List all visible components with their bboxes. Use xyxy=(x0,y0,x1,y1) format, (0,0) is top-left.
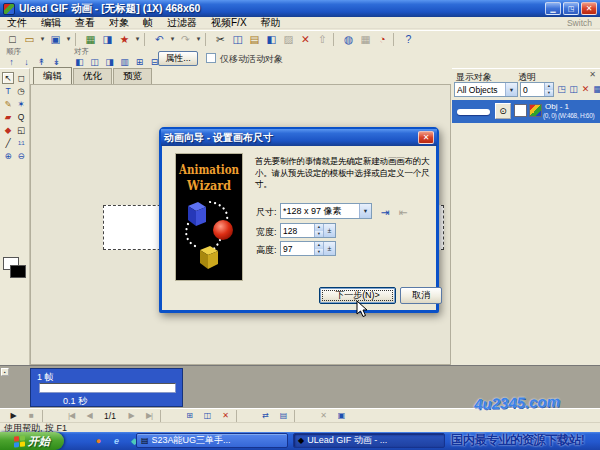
frame-thumbnail-selected[interactable]: 1 帧 0.1 秒 xyxy=(30,368,183,407)
zoom-out-tool[interactable]: ⊖ xyxy=(15,150,27,162)
menu-help[interactable]: 帮助 xyxy=(254,16,288,30)
menu-video-fx[interactable]: 视频F/X xyxy=(204,16,254,30)
duplicate-frame-button[interactable]: ◫ xyxy=(198,410,216,422)
eraser-tool[interactable]: ▰ xyxy=(2,111,14,123)
move-active-only-checkbox[interactable] xyxy=(206,53,216,63)
align-center-h-button[interactable]: ◫ xyxy=(87,55,102,68)
duplicate-object-button[interactable]: ◧ xyxy=(263,32,280,47)
menu-view[interactable]: 查看 xyxy=(68,16,102,30)
panel-close-icon[interactable]: ✕ xyxy=(589,70,596,79)
spin-down-icon[interactable]: ▾ xyxy=(315,249,323,256)
open-button[interactable]: ▭ xyxy=(21,32,38,47)
tab-edit[interactable]: 编辑 xyxy=(33,67,72,84)
menu-object[interactable]: 对象 xyxy=(102,16,136,30)
menu-edit[interactable]: 编辑 xyxy=(34,16,68,30)
undo-button[interactable]: ↶ xyxy=(151,32,168,47)
clock-tool[interactable]: ◷ xyxy=(15,85,27,97)
frame-properties-button[interactable]: ▤ xyxy=(274,410,292,422)
size-preset-dropdown[interactable]: *128 x 97 像素 ▼ xyxy=(280,203,372,219)
magic-wand-tool[interactable]: ✶ xyxy=(15,98,27,110)
quick-launch-media-icon[interactable]: ● xyxy=(92,434,105,447)
tab-optimize[interactable]: 优化 xyxy=(73,68,112,84)
text-tool[interactable]: T xyxy=(2,85,14,97)
menu-frame[interactable]: 帧 xyxy=(136,16,160,30)
add-video-button[interactable]: ◨ xyxy=(99,32,116,47)
object-palette-swatch[interactable] xyxy=(529,104,542,117)
delete-object-button[interactable]: ✕ xyxy=(580,82,591,96)
spinner-buttons[interactable]: ▴ ▾ xyxy=(544,83,553,96)
new-button[interactable]: □ xyxy=(4,32,21,47)
send-backward-button[interactable]: ↓ xyxy=(19,55,34,68)
background-color-swatch[interactable] xyxy=(10,265,26,278)
duplicate-object-button[interactable]: ◫ xyxy=(568,82,579,96)
restore-button[interactable]: ◳ xyxy=(563,2,579,15)
height-slider-icon[interactable]: ± xyxy=(323,242,335,255)
eyedropper-tool[interactable]: ╱ xyxy=(2,137,14,149)
taskbar-task-ulead[interactable]: ◆ ULead GIF 动画 - ... xyxy=(293,433,445,448)
save-button[interactable]: ▣ xyxy=(47,32,64,47)
close-button[interactable]: ✕ xyxy=(581,2,597,15)
align-space-even-button[interactable]: ▥ xyxy=(117,55,132,68)
delete-frame-button[interactable]: ✕ xyxy=(216,410,234,422)
height-field[interactable]: 97 ▴ ▾ ± xyxy=(280,241,336,256)
menu-file[interactable]: 文件 xyxy=(0,16,34,30)
delete-object-button[interactable]: ✕ xyxy=(297,32,314,47)
align-left-button[interactable]: ◧ xyxy=(72,55,87,68)
marquee-tool[interactable]: ◻ xyxy=(15,72,27,84)
add-image-button[interactable]: ▦ xyxy=(82,32,99,47)
paste-button[interactable]: ▤ xyxy=(246,32,263,47)
align-top-button[interactable]: ⊞ xyxy=(132,55,147,68)
preview-in-browser-button[interactable]: ◍ xyxy=(340,32,357,47)
zoom-tool[interactable]: Q xyxy=(15,111,27,123)
animation-wizard-button[interactable]: ★ xyxy=(116,32,133,47)
reverse-frames-button[interactable]: ⇄ xyxy=(256,410,274,422)
dropdown-arrow-icon[interactable]: ▼ xyxy=(359,204,371,218)
menu-bar: Switch 文件编辑查看对象帧过滤器视频F/X帮助 xyxy=(0,17,600,29)
paintbrush-tool[interactable]: ✎ xyxy=(2,98,14,110)
object-filter-dropdown[interactable]: All Objects ▼ xyxy=(454,82,518,97)
context-help-button[interactable]: ? xyxy=(400,32,417,47)
export-frame-button[interactable]: ▣ xyxy=(332,410,350,422)
object-thumbnail xyxy=(457,109,490,115)
panel-handle[interactable]: ▪ xyxy=(1,368,9,376)
visibility-toggle[interactable]: ⊙ xyxy=(495,103,511,119)
tab-preview[interactable]: 预览 xyxy=(113,68,152,84)
start-button[interactable]: 开始 xyxy=(0,432,64,450)
extract-object-button[interactable]: ◳ xyxy=(556,82,567,96)
object-list-item[interactable]: ⊙ Obj - 1 (0, 0) (W:468, H:60) xyxy=(452,100,600,123)
width-field[interactable]: 128 ▴ ▾ ± xyxy=(280,223,336,238)
actual-size-tool[interactable]: 1:1 xyxy=(15,137,27,149)
properties-button[interactable]: 属性... xyxy=(158,51,198,66)
quick-launch-ie-icon[interactable]: e xyxy=(110,434,123,447)
fill-tool[interactable]: ◆ xyxy=(2,124,14,136)
wizard-more-button[interactable]: ▾ xyxy=(133,32,142,47)
play-button[interactable]: ▶ xyxy=(4,410,22,422)
spin-down-icon[interactable]: ▾ xyxy=(545,90,553,97)
save-more-button[interactable]: ▾ xyxy=(64,32,73,47)
object-matte-swatch[interactable] xyxy=(514,104,527,117)
cancel-button[interactable]: 取消 xyxy=(400,287,442,304)
apply-size-icon[interactable]: ⇥ xyxy=(377,204,394,219)
width-slider-icon[interactable]: ± xyxy=(323,224,335,237)
bring-forward-button[interactable]: ↑ xyxy=(4,55,19,68)
menu-filters[interactable]: 过滤器 xyxy=(160,16,204,30)
transparency-spinner[interactable]: 0 ▴ ▾ xyxy=(520,82,554,97)
object-properties-button[interactable]: ▦ xyxy=(592,82,600,96)
height-spinner[interactable]: ▴ ▾ xyxy=(314,242,323,255)
dialog-close-button[interactable]: ✕ xyxy=(418,131,434,144)
cut-button[interactable]: ✂ xyxy=(212,32,229,47)
copy-button[interactable]: ◫ xyxy=(229,32,246,47)
open-more-button[interactable]: ▾ xyxy=(38,32,47,47)
dropdown-arrow-icon[interactable]: ▼ xyxy=(505,83,517,96)
align-right-button[interactable]: ◨ xyxy=(102,55,117,68)
width-spinner[interactable]: ▴ ▾ xyxy=(314,224,323,237)
selection-tool[interactable]: ↖ xyxy=(2,72,14,84)
spin-down-icon[interactable]: ▾ xyxy=(315,231,323,238)
taskbar-task-browser[interactable]: ▤ S23A能UG三单手... xyxy=(136,433,288,448)
minimize-button[interactable]: ▁ xyxy=(545,2,561,15)
zoom-in-tool[interactable]: ⊕ xyxy=(2,150,14,162)
add-frame-button[interactable]: ⊞ xyxy=(180,410,198,422)
optimization-wizard-button[interactable]: ◔ xyxy=(374,32,391,47)
undo-more-button[interactable]: ▾ xyxy=(168,32,177,47)
crop-tool[interactable]: ◱ xyxy=(15,124,27,136)
